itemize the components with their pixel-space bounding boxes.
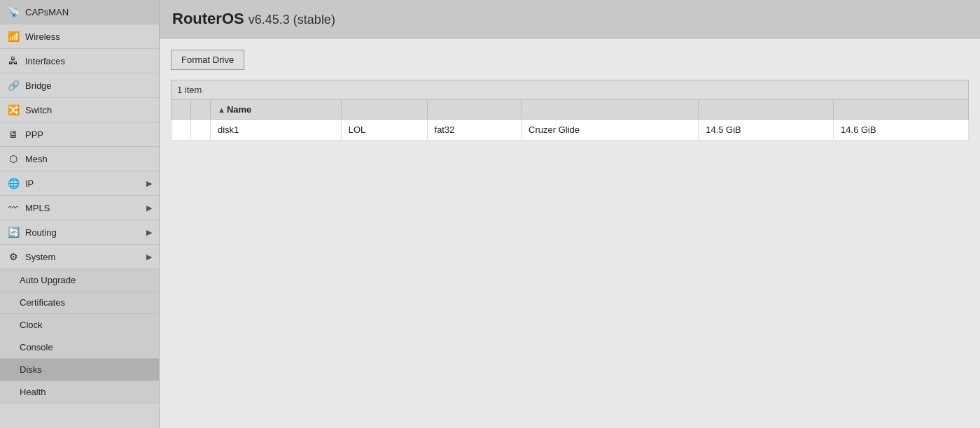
cell-check [172, 120, 191, 141]
sidebar-item-ppp[interactable]: 🖥PPP [0, 122, 159, 147]
col-header-name[interactable]: ▲Name [211, 100, 342, 120]
sidebar-label-ppp: PPP [25, 129, 43, 140]
sidebar-item-certificates[interactable]: Certificates [0, 292, 159, 314]
disks-table: ▲Name disk1LOLfat32Cruzer Glide14.5 GiB1… [171, 99, 969, 141]
table-body: disk1LOLfat32Cruzer Glide14.5 GiB14.6 Gi… [172, 120, 969, 141]
sidebar-label-mesh: Mesh [25, 154, 48, 164]
sidebar-item-bridge[interactable]: 🔗Bridge [0, 73, 159, 98]
cell-name: disk1 [211, 120, 342, 141]
sidebar-item-auto-upgrade[interactable]: Auto Upgrade [0, 269, 159, 292]
sidebar-arrow-ip: ▶ [146, 179, 152, 188]
sidebar-label-auto-upgrade: Auto Upgrade [20, 275, 76, 285]
app-version: v6.45.3 (stable) [248, 13, 335, 27]
ip-icon: 🌐 [7, 177, 20, 190]
system-icon: ⚙ [7, 250, 20, 263]
wireless-icon: 📶 [7, 30, 20, 43]
col-header-dot [191, 100, 211, 120]
mesh-icon: ⬡ [7, 152, 20, 165]
capsman-icon: 📡 [7, 6, 20, 18]
sidebar-item-wireless[interactable]: 📶Wireless [0, 24, 159, 49]
interfaces-icon: 🖧 [7, 55, 20, 67]
sidebar-item-clock[interactable]: Clock [0, 314, 159, 336]
main-panel: RouterOS v6.45.3 (stable) Format Drive 1… [160, 0, 980, 428]
sidebar-item-ip[interactable]: 🌐IP▶ [0, 171, 159, 196]
col-header-label[interactable] [341, 100, 427, 120]
sidebar-item-console[interactable]: Console [0, 336, 159, 359]
sidebar-item-switch[interactable]: 🔀Switch [0, 98, 159, 122]
sidebar-arrow-mpls: ▶ [146, 204, 152, 213]
col-header-check [172, 100, 191, 120]
cell-disk: Cruzer Glide [522, 120, 699, 141]
table-header: ▲Name [172, 100, 969, 120]
sidebar-label-disks: Disks [20, 364, 42, 375]
table-row[interactable]: disk1LOLfat32Cruzer Glide14.5 GiB14.6 Gi… [172, 120, 969, 141]
sidebar-label-console: Console [20, 342, 53, 352]
col-header-disk[interactable] [522, 100, 699, 120]
sidebar-label-health: Health [20, 387, 46, 397]
sidebar-arrow-system: ▶ [146, 252, 152, 262]
col-header-type[interactable] [427, 100, 522, 120]
sidebar-label-wireless: Wireless [25, 31, 60, 42]
sidebar-label-interfaces: Interfaces [25, 56, 65, 66]
cell-label: LOL [341, 120, 427, 141]
format-drive-button[interactable]: Format Drive [171, 50, 244, 70]
bridge-icon: 🔗 [7, 79, 20, 92]
sidebar-label-clock: Clock [20, 320, 43, 330]
col-header-size[interactable] [834, 100, 969, 120]
sidebar-item-disks[interactable]: Disks [0, 359, 159, 381]
sidebar-item-capsman[interactable]: 📡CAPsMAN [0, 0, 159, 24]
mpls-icon: 〰 [7, 201, 20, 214]
routing-icon: 🔄 [7, 226, 20, 238]
sidebar-item-health[interactable]: Health [0, 381, 159, 404]
sidebar-arrow-routing: ▶ [146, 228, 152, 237]
cell-size: 14.6 GiB [834, 120, 969, 141]
sidebar-item-mesh[interactable]: ⬡Mesh [0, 147, 159, 171]
sidebar-item-interfaces[interactable]: 🖧Interfaces [0, 49, 159, 73]
cell-dot [191, 120, 211, 141]
cell-type: fat32 [427, 120, 522, 141]
sidebar-label-system: System [25, 252, 55, 262]
sidebar-label-switch: Switch [25, 105, 52, 115]
sidebar-label-capsman: CAPsMAN [25, 7, 69, 17]
cell-free: 14.5 GiB [699, 120, 834, 141]
sidebar-item-routing[interactable]: 🔄Routing▶ [0, 220, 159, 245]
col-header-free[interactable] [699, 100, 834, 120]
app-name: RouterOS [172, 10, 244, 27]
switch-icon: 🔀 [7, 104, 20, 116]
sidebar-item-system[interactable]: ⚙System▶ [0, 245, 159, 269]
sidebar-label-mpls: MPLS [25, 203, 50, 213]
item-count: 1 item [171, 80, 969, 99]
content-area: Format Drive 1 item ▲Name disk1LOLfat32C… [160, 38, 980, 428]
sidebar: 📡CAPsMAN📶Wireless🖧Interfaces🔗Bridge🔀Swit… [0, 0, 160, 428]
sidebar-item-mpls[interactable]: 〰MPLS▶ [0, 196, 159, 220]
sidebar-label-routing: Routing [25, 227, 57, 238]
ppp-icon: 🖥 [7, 128, 20, 141]
sidebar-label-certificates: Certificates [20, 297, 65, 308]
sidebar-label-bridge: Bridge [25, 80, 52, 91]
sidebar-label-ip: IP [25, 178, 34, 189]
app-header: RouterOS v6.45.3 (stable) [160, 0, 980, 38]
